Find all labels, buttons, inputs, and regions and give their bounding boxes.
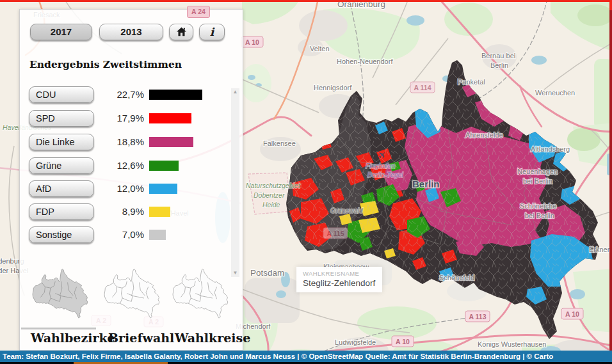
svg-text:A 10: A 10: [396, 338, 410, 345]
svg-text:Altlandsberg: Altlandsberg: [531, 145, 570, 153]
window-right-border: [609, 0, 612, 351]
party-row: Sonstige 7,0%: [20, 226, 243, 243]
svg-text:bei Berlin: bei Berlin: [523, 177, 552, 185]
svg-text:Naturschutzgebiet: Naturschutzgebiet: [246, 182, 301, 189]
svg-text:Berlin: Berlin: [490, 61, 508, 69]
party-button-linke[interactable]: Die Linke: [29, 134, 94, 150]
scroll-up-icon[interactable]: ▲: [231, 88, 239, 96]
svg-text:Schöneiche: Schöneiche: [520, 202, 557, 210]
view-thumb-briefwahl[interactable]: [101, 268, 165, 319]
party-percentage: 8,9%: [95, 203, 144, 220]
svg-text:Heide: Heide: [262, 201, 280, 209]
party-result-bar: [149, 207, 170, 217]
party-percentage: 17,9%: [95, 110, 144, 127]
year-button-2017[interactable]: 2017: [30, 24, 92, 40]
svg-text:A 10: A 10: [565, 310, 579, 318]
party-result-bar: [149, 137, 193, 147]
svg-text:A 10: A 10: [245, 38, 259, 46]
panel-title: Endergebnis Zweitstimmen: [29, 58, 182, 70]
svg-text:Bernau bei: Bernau bei: [481, 52, 515, 59]
party-result-bar: [149, 113, 191, 123]
party-row: Die Linke 18,8%: [20, 134, 243, 150]
svg-text:Hennigsdorf: Hennigsdorf: [314, 84, 352, 91]
svg-text:Panketal: Panketal: [458, 78, 485, 86]
svg-text:A 114: A 114: [414, 84, 431, 91]
party-percentage: 22,7%: [95, 86, 144, 103]
map-tooltip: WAHLKREISNAME Steglitz-Zehlendorf: [296, 267, 382, 292]
svg-text:Berlin: Berlin: [412, 178, 440, 189]
view-tab-briefwahl[interactable]: Briefwahl: [108, 331, 174, 345]
party-row: FDP 8,9%: [20, 203, 243, 220]
results-panel: 2017 2013 i Endergebnis Zweitstimmen CDU…: [19, 9, 243, 351]
home-button[interactable]: [169, 24, 193, 40]
party-row: SPD 17,9%: [20, 110, 243, 127]
panel-scrollbar[interactable]: ▲ ▼: [231, 88, 239, 277]
svg-text:Flughafen: Flughafen: [366, 162, 396, 170]
attribution-text: Team: Stefan Bozkurt, Felix Firme, Isabe…: [3, 352, 553, 360]
svg-text:A 113: A 113: [469, 313, 486, 320]
party-percentage: 12,0%: [95, 180, 144, 197]
selected-view-underline: [21, 328, 96, 329]
view-thumb-wahlbezirke[interactable]: [29, 268, 93, 319]
svg-text:Ahrensfelde: Ahrensfelde: [465, 131, 503, 139]
svg-text:Döberitzer: Döberitzer: [254, 191, 285, 199]
svg-text:Schönefeld: Schönefeld: [439, 274, 474, 281]
party-result-bar: [149, 161, 179, 171]
party-percentage: 18,8%: [95, 134, 144, 150]
year-button-2013[interactable]: 2013: [99, 24, 163, 40]
svg-text:Berlin-Tegel: Berlin-Tegel: [367, 171, 403, 178]
svg-text:Königs Wusterhausen: Königs Wusterhausen: [478, 340, 546, 348]
party-percentage: 7,0%: [95, 226, 144, 243]
party-row: Grüne 12,6%: [20, 157, 243, 174]
svg-text:Werneuchen: Werneuchen: [535, 89, 575, 97]
svg-text:Velten: Velten: [310, 45, 330, 52]
party-result-bar: [149, 90, 202, 100]
party-result-bar: [149, 230, 166, 240]
svg-text:Hohen-Neuendorf: Hohen-Neuendorf: [337, 58, 393, 65]
party-row: CDU 22,7%: [20, 86, 243, 103]
party-row: AfD 12,0%: [20, 180, 243, 197]
svg-text:A 115: A 115: [326, 230, 344, 237]
view-tab-wahlkreise[interactable]: Wahlkreise: [175, 331, 250, 345]
attribution-bar: Team: Stefan Bozkurt, Felix Firme, Isabe…: [0, 351, 612, 362]
party-result-bar: [149, 184, 177, 194]
svg-text:Falkensee: Falkensee: [263, 139, 296, 147]
home-icon: [176, 27, 187, 36]
svg-text:Neuenhagen: Neuenhagen: [517, 168, 558, 175]
info-button[interactable]: i: [199, 24, 225, 40]
svg-text:Ludwigsfelde: Ludwigsfelde: [335, 338, 376, 346]
party-button-fdp[interactable]: FDP: [29, 203, 94, 220]
party-button-sonstige[interactable]: Sonstige: [29, 226, 94, 243]
party-button-spd[interactable]: SPD: [29, 110, 94, 127]
svg-text:Erkner: Erkner: [589, 246, 610, 253]
svg-text:bei Berlin: bei Berlin: [525, 212, 554, 219]
svg-text:Grunewald: Grunewald: [330, 207, 364, 214]
party-button-afd[interactable]: AfD: [29, 180, 94, 197]
tooltip-district-name: Steglitz-Zehlendorf: [303, 278, 375, 288]
view-tab-wahlbezirke[interactable]: Wahlbezirke: [31, 331, 115, 345]
party-percentage: 12,6%: [95, 157, 144, 174]
view-thumb-wahlkreise[interactable]: [169, 268, 233, 319]
svg-text:Potsdam: Potsdam: [250, 268, 284, 278]
party-button-cdu[interactable]: CDU: [29, 86, 94, 103]
tooltip-field-label: WAHLKREISNAME: [303, 270, 375, 277]
road-badge-a24: A 24: [187, 6, 210, 18]
party-button-gruene[interactable]: Grüne: [29, 157, 94, 174]
app-window: A 10 A 114 A 115 A 113 A 10 A 10 A 2 A 2…: [0, 0, 612, 364]
window-top-border: [0, 0, 612, 2]
